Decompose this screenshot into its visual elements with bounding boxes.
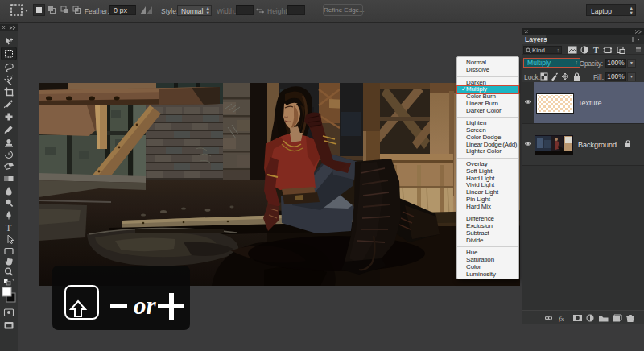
svg-text:T: T xyxy=(593,46,599,54)
svg-text:T: T xyxy=(6,222,12,233)
svg-text:fx: fx xyxy=(559,315,564,323)
